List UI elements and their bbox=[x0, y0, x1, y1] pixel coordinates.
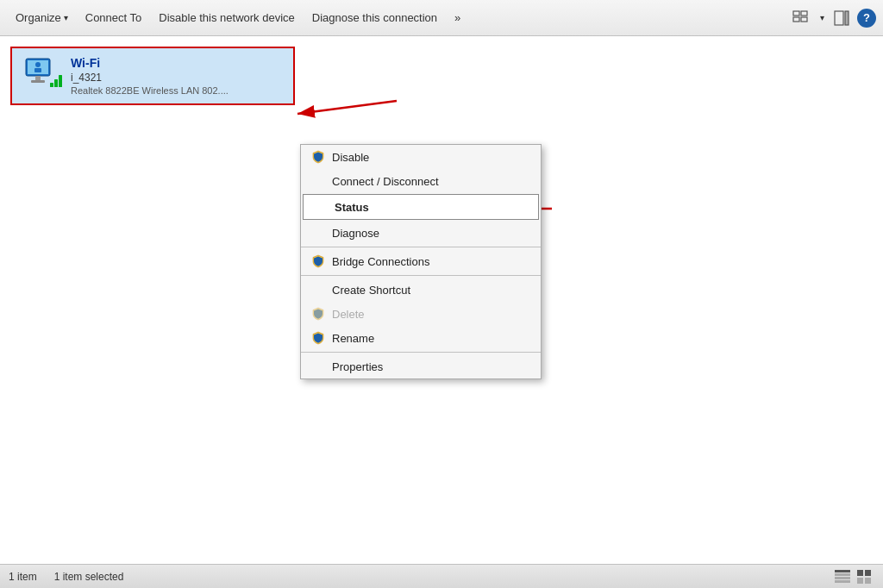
ctx-separator-2 bbox=[301, 275, 541, 276]
disable-button[interactable]: Disable this network device bbox=[150, 0, 304, 35]
pane-toggle-button[interactable] bbox=[830, 6, 854, 30]
ctx-delete: Delete bbox=[301, 302, 541, 326]
ctx-connect-disconnect[interactable]: Connect / Disconnect bbox=[301, 169, 541, 193]
help-button[interactable]: ? bbox=[857, 9, 876, 28]
svg-rect-8 bbox=[35, 76, 41, 80]
svg-rect-25 bbox=[865, 578, 871, 584]
statusbar-view-buttons bbox=[833, 567, 874, 586]
svg-rect-20 bbox=[835, 577, 850, 579]
connect-spacer bbox=[311, 174, 325, 188]
shield-rename-icon bbox=[311, 331, 325, 345]
svg-rect-5 bbox=[845, 11, 849, 25]
statusbar: 1 item 1 item selected bbox=[0, 564, 883, 588]
diagnose-label: Diagnose this connection bbox=[312, 11, 437, 24]
shield-bridge-icon bbox=[311, 254, 325, 268]
svg-rect-19 bbox=[835, 573, 850, 576]
item-count: 1 item bbox=[9, 571, 37, 583]
ctx-diagnose-label: Diagnose bbox=[332, 227, 379, 240]
view-chevron-icon: ▾ bbox=[820, 13, 824, 22]
shield-disable-icon bbox=[311, 150, 325, 164]
delete-icon-space bbox=[311, 307, 325, 321]
organize-chevron-icon: ▾ bbox=[64, 13, 68, 22]
ctx-disable-label: Disable bbox=[332, 151, 369, 164]
toolbar-right: ▾ ? bbox=[788, 6, 876, 30]
organize-label: Organize bbox=[16, 11, 61, 24]
ctx-separator-1 bbox=[301, 247, 541, 247]
ctx-create-shortcut[interactable]: Create Shortcut bbox=[301, 278, 541, 302]
disable-icon-spacer bbox=[311, 150, 325, 164]
ctx-bridge-label: Bridge Connections bbox=[332, 255, 429, 268]
ctx-properties[interactable]: Properties bbox=[301, 354, 541, 378]
svg-rect-2 bbox=[793, 17, 799, 22]
toolbar: Organize ▾ Connect To Disable this netwo… bbox=[0, 0, 883, 36]
large-icons-view-icon bbox=[857, 570, 873, 584]
svg-rect-0 bbox=[793, 11, 799, 16]
large-icons-view-button[interactable] bbox=[855, 567, 874, 586]
adapter-ssid: i_4321 bbox=[71, 72, 229, 84]
content-area: Wi-Fi i_4321 Realtek 8822BE Wireless LAN… bbox=[0, 36, 883, 564]
adapter-name: Wi-Fi bbox=[71, 56, 229, 70]
ctx-bridge[interactable]: Bridge Connections bbox=[301, 249, 541, 273]
svg-rect-24 bbox=[857, 578, 863, 584]
svg-rect-1 bbox=[801, 11, 807, 16]
pane-icon bbox=[834, 10, 849, 26]
ctx-connect-label: Connect / Disconnect bbox=[332, 175, 439, 188]
svg-rect-18 bbox=[835, 570, 850, 572]
svg-rect-11 bbox=[54, 79, 58, 87]
svg-rect-14 bbox=[34, 68, 41, 72]
details-view-icon bbox=[835, 570, 850, 584]
ctx-diagnose[interactable]: Diagnose bbox=[301, 221, 541, 245]
view-options-icon bbox=[792, 10, 808, 26]
more-icon: » bbox=[454, 11, 460, 24]
ctx-status-label: Status bbox=[335, 201, 369, 214]
svg-point-13 bbox=[35, 62, 41, 67]
svg-rect-9 bbox=[31, 80, 45, 83]
ctx-status[interactable]: Status bbox=[303, 194, 539, 220]
diagnose-button[interactable]: Diagnose this connection bbox=[304, 0, 446, 35]
ctx-disable[interactable]: Disable bbox=[301, 145, 541, 169]
svg-rect-23 bbox=[865, 570, 871, 576]
ctx-properties-label: Properties bbox=[332, 360, 383, 373]
ctx-rename-label: Rename bbox=[332, 332, 374, 345]
properties-spacer bbox=[311, 360, 325, 373]
ctx-rename[interactable]: Rename bbox=[301, 326, 541, 350]
disable-label: Disable this network device bbox=[159, 11, 295, 24]
shortcut-spacer bbox=[311, 283, 325, 297]
details-view-button[interactable] bbox=[833, 567, 852, 586]
organize-button[interactable]: Organize ▾ bbox=[7, 0, 77, 35]
ctx-shortcut-label: Create Shortcut bbox=[332, 284, 410, 297]
svg-rect-12 bbox=[59, 75, 62, 87]
ctx-delete-label: Delete bbox=[332, 308, 365, 321]
bridge-icon-space bbox=[311, 254, 325, 268]
computer-wifi-icon bbox=[21, 55, 62, 97]
status-spacer bbox=[314, 200, 328, 214]
svg-rect-4 bbox=[835, 11, 843, 25]
selected-count: 1 item selected bbox=[54, 571, 124, 583]
rename-icon-space bbox=[311, 331, 325, 345]
svg-rect-22 bbox=[857, 570, 863, 576]
svg-rect-3 bbox=[801, 17, 807, 22]
adapter-info: Wi-Fi i_4321 Realtek 8822BE Wireless LAN… bbox=[71, 56, 229, 96]
wifi-adapter-item[interactable]: Wi-Fi i_4321 Realtek 8822BE Wireless LAN… bbox=[10, 47, 295, 105]
svg-line-16 bbox=[297, 101, 397, 114]
adapter-icon bbox=[21, 55, 62, 97]
context-menu: Disable Connect / Disconnect Status Diag… bbox=[300, 144, 542, 379]
more-button[interactable]: » bbox=[446, 0, 469, 35]
svg-rect-21 bbox=[835, 580, 850, 583]
ctx-separator-3 bbox=[301, 352, 541, 353]
svg-rect-10 bbox=[50, 83, 53, 87]
diagnose-spacer bbox=[311, 226, 325, 240]
view-options-button[interactable] bbox=[788, 6, 812, 30]
connect-to-label: Connect To bbox=[85, 11, 142, 24]
connect-to-button[interactable]: Connect To bbox=[77, 0, 151, 35]
view-dropdown-button[interactable]: ▾ bbox=[816, 9, 826, 26]
adapter-desc: Realtek 8822BE Wireless LAN 802.... bbox=[71, 85, 229, 96]
shield-delete-icon bbox=[311, 307, 325, 321]
